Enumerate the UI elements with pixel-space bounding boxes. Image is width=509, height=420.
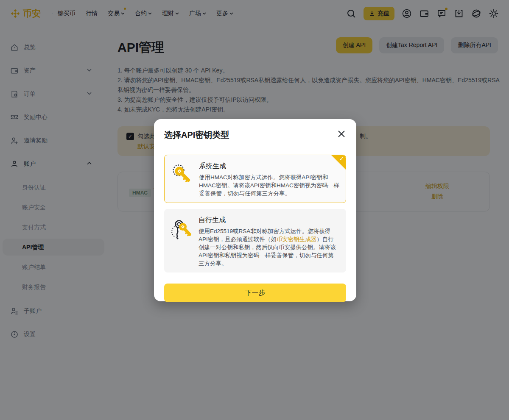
key-generator-link[interactable]: 币安密钥生成器 (277, 236, 317, 242)
select-api-key-type-modal: 选择API密钥类型 系统生成 使用HMAC对称加密方式运作。您将获得API密钥和… (154, 119, 356, 301)
selected-check-icon: ✓ (339, 156, 344, 162)
next-step-button[interactable]: 下一步 (164, 284, 346, 302)
option-self-generated[interactable]: 自行生成 使用Ed25519或RSA非对称加密方式运作。您将获得API密钥，且必… (164, 209, 346, 273)
key-pair-icon (171, 214, 193, 267)
option-title: 系统生成 (199, 162, 340, 171)
option-title: 自行生成 (199, 216, 339, 225)
single-key-icon (171, 160, 193, 197)
option-description: 使用Ed25519或RSA非对称加密方式运作。您将获得API密钥，且必须通过软件… (199, 227, 339, 267)
modal-title: 选择API密钥类型 (164, 129, 346, 141)
option-system-generated[interactable]: 系统生成 使用HMAC对称加密方式运作。您将获得API密钥和HMAC密钥。请将该… (164, 155, 346, 203)
option-description: 使用HMAC对称加密方式运作。您将获得API密钥和HMAC密钥。请将该API密钥… (199, 173, 340, 197)
close-icon[interactable] (338, 130, 345, 138)
